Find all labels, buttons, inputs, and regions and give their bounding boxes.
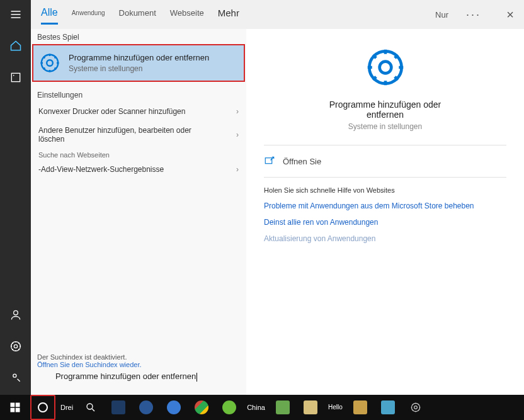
settings-label: Einstellungen (31, 87, 246, 102)
person-icon[interactable] (9, 308, 23, 322)
best-match-item[interactable]: Programme hinzufügen oder entfernen Syst… (32, 44, 245, 82)
taskbar-app-edge2[interactable] (161, 395, 186, 420)
best-match-subtitle: Systeme in stellungen (69, 64, 209, 73)
results-column: Bestes Spiel Programme hinzufügen oder e… (31, 29, 246, 395)
home-icon[interactable] (9, 39, 23, 53)
chevron-right-icon: › (236, 165, 239, 174)
taskbar-app-edge1[interactable] (134, 395, 159, 420)
help-link-store[interactable]: Probleme mit Anwendungen aus dem Microso… (264, 201, 478, 210)
tab-all[interactable]: Alle (41, 7, 58, 22)
tabs-more-icon[interactable]: ··· (466, 8, 481, 21)
taskbar-settings-icon[interactable] (403, 395, 428, 420)
settings-rail-icon[interactable] (9, 339, 23, 353)
svg-point-11 (87, 404, 93, 409)
search-panel: Alle Anwendung Dokument Webseite Mehr Nu… (31, 0, 524, 395)
magnifier-icon[interactable] (78, 395, 103, 420)
taskbar-app-people[interactable] (375, 395, 401, 420)
svg-rect-2 (11, 73, 20, 81)
taskbar-app-chrome[interactable] (189, 395, 214, 420)
index-status-text: Der Suchindex ist deaktiviert. (37, 353, 226, 361)
chevron-right-icon: › (236, 107, 239, 116)
detail-header: Programme hinzufügen oder entfernen Syst… (264, 40, 506, 145)
search-input-value: Programme hinzufügen oder entfernen (55, 372, 196, 381)
taskbar-app-ps[interactable] (106, 395, 131, 420)
taskbar: Drei China Hello (0, 395, 524, 420)
svg-rect-9 (11, 408, 15, 412)
nav-rail (0, 0, 31, 395)
open-action[interactable]: Öffnen Sie (264, 145, 506, 178)
best-match-label: Bestes Spiel (31, 29, 246, 44)
text-caret (196, 373, 197, 382)
web-result-label: -Add-View-Netzwerk-Suchergebnisse (38, 165, 164, 174)
detail-subtitle: Systeme in stellungen (348, 122, 422, 131)
tab-web[interactable]: Webseite (170, 8, 204, 21)
feedback-icon[interactable] (9, 371, 23, 385)
detail-column: Programme hinzufügen oder entfernen Syst… (246, 29, 524, 395)
close-button[interactable]: × (501, 8, 519, 22)
search-input[interactable]: Programme hinzufügen oder entfernen (37, 362, 226, 391)
detail-title: Programme hinzufügen oder entfernen (316, 99, 455, 120)
web-result-item[interactable]: -Add-View-Netzwerk-Suchergebnisse › (31, 160, 246, 179)
taskbar-text-1: Drei (58, 404, 76, 411)
tab-bar: Alle Anwendung Dokument Webseite Mehr Nu… (31, 0, 524, 29)
taskbar-text-3: Hello (326, 404, 345, 411)
svg-rect-7 (11, 403, 15, 407)
gear-icon (38, 52, 61, 74)
svg-rect-10 (16, 408, 20, 412)
svg-rect-8 (16, 403, 20, 407)
taskbar-text-2: China (244, 404, 268, 411)
help-link-uninstall[interactable]: Deinst allie ren von Anwendungen (264, 218, 478, 227)
gear-icon (363, 45, 407, 92)
help-link-update[interactable]: Aktualisierung von Anwendungen (264, 234, 478, 243)
svg-point-3 (13, 75, 14, 76)
menu-icon[interactable] (9, 8, 23, 21)
taskbar-app-excel[interactable] (270, 395, 295, 420)
cortana-button[interactable] (30, 395, 55, 420)
chevron-right-icon: › (236, 130, 239, 139)
taskbar-app-note[interactable] (298, 395, 323, 420)
taskbar-app-weather[interactable] (348, 395, 373, 420)
open-icon (264, 156, 275, 167)
tab-docs[interactable]: Dokument (119, 8, 156, 21)
settings-item-label: Konvexer Drucker oder Scanner hinzufügen (38, 107, 185, 116)
cortana-circle-icon (38, 402, 48, 412)
settings-item-printer[interactable]: Konvexer Drucker oder Scanner hinzufügen… (31, 102, 246, 121)
help-section: Holen Sie sich schnelle Hilfe von Websit… (264, 178, 506, 243)
web-search-label: Suche nach Webseiten (31, 149, 246, 160)
taskbar-app-green[interactable] (217, 395, 242, 420)
svg-rect-6 (265, 158, 272, 164)
tabs-right-label[interactable]: Nur (435, 10, 448, 20)
best-match-title: Programme hinzufügen oder entfernen (69, 53, 209, 62)
open-label: Öffnen Sie (283, 157, 321, 166)
help-header: Holen Sie sich schnelle Hilfe von Websit… (264, 186, 402, 194)
svg-point-5 (13, 374, 16, 377)
start-button[interactable] (3, 395, 28, 420)
svg-point-4 (13, 310, 18, 315)
settings-item-label: Andere Benutzer hinzufügen, bearbeiten o… (38, 126, 202, 144)
settings-item-users[interactable]: Andere Benutzer hinzufügen, bearbeiten o… (31, 121, 246, 149)
tab-apps[interactable]: Anwendung (72, 9, 105, 20)
tab-more[interactable]: Mehr (218, 8, 239, 22)
recent-icon[interactable] (9, 71, 23, 84)
